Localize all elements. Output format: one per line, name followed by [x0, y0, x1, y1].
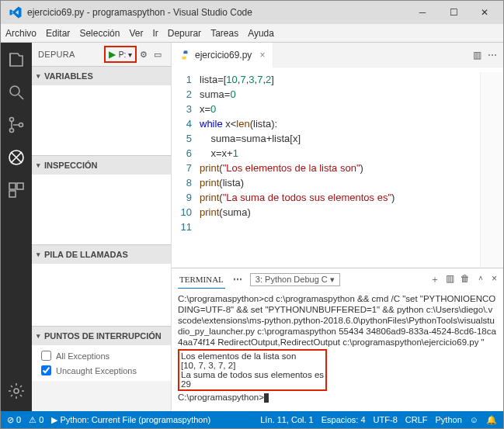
menu-ayuda[interactable]: Ayuda: [248, 28, 274, 39]
all-exceptions-checkbox[interactable]: All Exceptions: [32, 348, 171, 363]
settings-icon[interactable]: [7, 382, 26, 400]
menu-seleccion[interactable]: Selección: [79, 28, 120, 39]
callstack-section[interactable]: PILA DE LLAMADAS: [32, 244, 171, 326]
terminal-tab[interactable]: TERMINAL: [178, 271, 225, 289]
breakpoints-header[interactable]: PUNTOS DE INTERRUPCIÓN: [32, 327, 171, 345]
menu-ir[interactable]: Ir: [152, 28, 158, 39]
status-indent[interactable]: Espacios: 4: [322, 415, 366, 425]
svg-point-8: [14, 389, 19, 393]
vscode-icon: [9, 5, 23, 19]
svg-rect-5: [9, 183, 16, 189]
status-feedback-icon[interactable]: ☺: [470, 415, 478, 425]
split-terminal-icon[interactable]: ▥: [446, 273, 454, 286]
terminal-cmd: C:\programaspython>cd c:\programaspython…: [178, 293, 497, 348]
start-debug-button[interactable]: ▶: [109, 49, 116, 60]
status-language[interactable]: Python: [436, 415, 462, 425]
terminal-body[interactable]: C:\programaspython>cd c:\programaspython…: [172, 290, 503, 411]
status-errors[interactable]: ⊘ 0: [7, 415, 21, 425]
svg-point-2: [10, 129, 14, 133]
new-terminal-icon[interactable]: ＋: [430, 273, 440, 286]
editor-tab[interactable]: ejercicio69.py ×: [172, 43, 273, 67]
svg-rect-7: [9, 191, 16, 197]
menu-bar: Archivo Editar Selección Ver Ir Depurar …: [1, 24, 503, 43]
terminal-out1: Los elementos de la lista son: [181, 351, 324, 361]
all-exceptions-label: All Exceptions: [56, 351, 109, 361]
status-debug-config[interactable]: ▶ Python: Current File (programaspython): [51, 415, 210, 425]
editor-area: ejercicio69.py × ▥ ⋯ 1234567891011 lista…: [172, 43, 503, 411]
python-file-icon: [179, 50, 190, 61]
svg-point-3: [19, 123, 23, 127]
status-encoding[interactable]: UTF-8: [374, 415, 398, 425]
status-eol[interactable]: CRLF: [405, 415, 428, 425]
svg-point-1: [10, 118, 14, 122]
debug-icon[interactable]: [7, 148, 26, 167]
debug-config-selector[interactable]: P: ▾: [119, 50, 132, 59]
status-warnings[interactable]: ⚠ 0: [29, 415, 43, 425]
uncaught-exceptions-label: Uncaught Exceptions: [56, 366, 137, 375]
watch-header[interactable]: INSPECCIÓN: [32, 156, 171, 175]
terminal-output-highlight: Los elementos de la lista son [10, 7, 3,…: [178, 349, 327, 391]
status-line-col[interactable]: Lín. 11, Col. 1: [260, 415, 314, 425]
tab-label: ejercicio69.py: [195, 50, 252, 61]
debug-console-button[interactable]: ▭: [151, 50, 165, 60]
search-icon[interactable]: [7, 83, 26, 102]
window-title: ejercicio69.py - programaspython - Visua…: [27, 7, 407, 18]
minimize-button[interactable]: ─: [407, 2, 438, 23]
debug-run-cluster: ▶ P: ▾: [104, 46, 137, 63]
status-notifications-icon[interactable]: 🔔: [486, 415, 497, 425]
terminal-prompt: C:\programaspython>: [178, 393, 264, 402]
more-actions-icon[interactable]: ⋯: [488, 50, 497, 61]
tab-bar: ejercicio69.py × ▥ ⋯: [172, 43, 503, 67]
terminal-out3: La suma de todos sus elementos es: [181, 370, 324, 379]
maximize-panel-icon[interactable]: ＾: [476, 273, 485, 286]
explorer-icon[interactable]: [7, 50, 26, 69]
breakpoints-section[interactable]: PUNTOS DE INTERRUPCIÓN All Exceptions Un…: [32, 326, 171, 381]
variables-section[interactable]: VARIABLES: [32, 66, 171, 155]
svg-rect-6: [17, 183, 23, 189]
menu-editar[interactable]: Editar: [46, 28, 70, 39]
kill-terminal-icon[interactable]: 🗑: [461, 273, 470, 286]
debug-sidebar: DEPURA ▶ P: ▾ ⚙ ▭ VARIABLES INSPECCIÓN P…: [32, 43, 172, 411]
callstack-header[interactable]: PILA DE LLAMADAS: [32, 245, 171, 264]
scm-icon[interactable]: [7, 116, 26, 134]
minimap[interactable]: [480, 72, 503, 268]
status-bar: ⊘ 0 ⚠ 0 ▶ Python: Current File (programa…: [1, 411, 503, 428]
terminal-selector[interactable]: 3: Python Debug C ▾: [250, 273, 340, 286]
menu-ver[interactable]: Ver: [129, 28, 143, 39]
code-editor[interactable]: 1234567891011 lista=[10,7,3,7,2]suma=0x=…: [172, 67, 503, 268]
sidebar-title: DEPURA: [38, 50, 104, 59]
extensions-icon[interactable]: [7, 181, 26, 199]
debug-settings-button[interactable]: ⚙: [137, 50, 151, 60]
close-button[interactable]: ✕: [469, 2, 500, 23]
watch-section[interactable]: INSPECCIÓN: [32, 155, 171, 244]
terminal-panel: TERMINAL ⋯ 3: Python Debug C ▾ ＋ ▥ 🗑 ＾ ×…: [172, 268, 503, 411]
activity-bar: [1, 43, 32, 411]
maximize-button[interactable]: ☐: [438, 2, 469, 23]
title-bar: ejercicio69.py - programaspython - Visua…: [1, 1, 503, 24]
tab-close-icon[interactable]: ×: [259, 50, 265, 61]
menu-archivo[interactable]: Archivo: [5, 28, 36, 39]
uncaught-exceptions-checkbox[interactable]: Uncaught Exceptions: [32, 363, 171, 378]
split-editor-icon[interactable]: ▥: [473, 50, 481, 61]
close-panel-icon[interactable]: ×: [492, 273, 497, 286]
variables-header[interactable]: VARIABLES: [32, 67, 171, 85]
terminal-cursor: [264, 393, 269, 403]
menu-depurar[interactable]: Depurar: [168, 28, 201, 39]
panel-overflow-icon[interactable]: ⋯: [233, 274, 242, 285]
menu-tareas[interactable]: Tareas: [210, 28, 238, 39]
terminal-out4: 29: [181, 379, 324, 389]
svg-point-0: [10, 86, 19, 95]
terminal-out2: [10, 7, 3, 7, 2]: [181, 361, 324, 370]
